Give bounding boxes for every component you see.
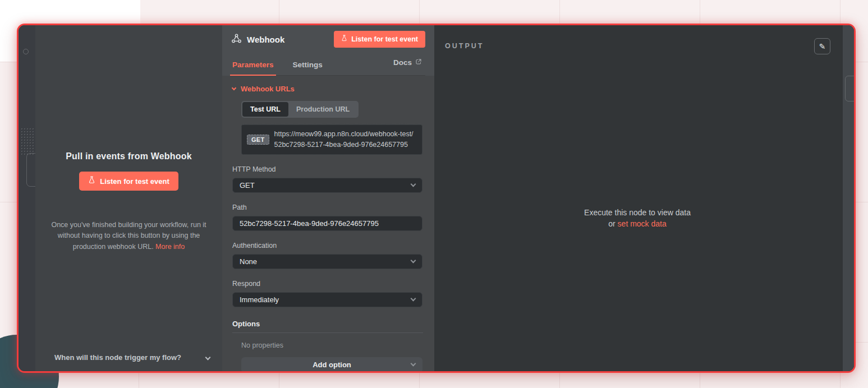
tab-parameters[interactable]: Parameters [231,56,275,75]
respond-value: Immediately [240,295,411,304]
parameters-form: Webhook URLs Test URL Production URL GET… [222,76,434,371]
trigger-panel: Pull in events from Webhook Listen for t… [35,25,222,371]
path-label: Path [232,204,423,211]
more-info-link[interactable]: More info [155,243,185,251]
tab-settings[interactable]: Settings [292,56,324,75]
parameters-panel: Webhook Listen for test event Parameters… [222,25,434,371]
edge-decoration-rect [845,76,856,101]
http-method-field: HTTP Method GET [232,165,423,193]
edge-decoration-dots [20,127,35,155]
production-url-tab[interactable]: Production URL [288,102,357,117]
respond-field: Respond Immediately [232,280,423,307]
output-panel: OUTPUT ✎ Execute this node to view data … [434,25,854,371]
respond-label: Respond [232,280,423,288]
set-mock-data-link[interactable]: set mock data [618,219,667,228]
options-empty-text: No properties [241,341,423,349]
docs-link[interactable]: Docs [393,58,422,73]
authentication-field: Authentication None [232,242,423,269]
header-listen-for-test-event-button[interactable]: Listen for test event [334,31,425,48]
node-title: Webhook [247,35,334,44]
trigger-description: Once you've finished building your workf… [46,220,212,252]
http-method-select[interactable]: GET [232,178,422,193]
http-method-label: HTTP Method [232,165,423,173]
docs-link-label: Docs [393,58,412,67]
http-method-value: GET [240,181,411,190]
header-listen-button-label: Listen for test event [351,35,418,43]
test-url-tab[interactable]: Test URL [242,102,288,117]
output-right-strip [843,25,854,371]
chevron-down-icon [411,295,416,301]
node-header: Webhook Listen for test event Parameters… [222,25,434,76]
url-environment-toggle: Test URL Production URL [241,101,359,118]
add-option-button[interactable]: Add option [241,357,422,372]
node-details-modal: Pull in events from Webhook Listen for t… [17,24,856,373]
output-empty-message: Execute this node to view data [434,207,841,219]
trigger-footer-toggle[interactable]: When will this node trigger my flow? [35,347,222,371]
add-option-label: Add option [313,361,351,369]
output-empty-state: Execute this node to view data or set mo… [434,207,841,229]
respond-select[interactable]: Immediately [232,292,422,307]
webhook-urls-section-toggle[interactable]: Webhook URLs [232,85,423,93]
path-input[interactable] [240,219,415,228]
webhook-urls-section-title: Webhook URLs [241,85,295,93]
path-input-wrapper [232,216,422,231]
flask-icon [88,176,95,186]
tab-bar: Parameters Settings Docs [231,56,425,76]
output-empty-message-2: or set mock data [434,219,841,230]
output-empty-prefix: or [608,219,615,228]
authentication-value: None [240,257,411,266]
options-title: Options [232,320,423,333]
pencil-icon: ✎ [819,42,826,51]
path-field: Path [232,204,423,231]
webhook-url-text: https://meow99.app.n8n.cloud/webhook-tes… [274,129,417,150]
output-panel-title: OUTPUT [445,42,484,50]
edge-decoration-circle [23,49,29,54]
authentication-select[interactable]: None [232,254,422,269]
http-method-badge: GET [247,135,269,145]
chevron-down-icon [411,257,416,263]
trigger-heading: Pull in events from Webhook [44,151,213,161]
authentication-label: Authentication [232,242,423,250]
edit-output-button[interactable]: ✎ [814,38,830,54]
webhook-icon [231,33,242,46]
listen-for-test-event-button[interactable]: Listen for test event [79,172,178,191]
flask-icon [341,35,347,44]
trigger-footer-question: When will this node trigger my flow? [54,353,206,362]
chevron-down-icon [411,361,416,366]
webhook-url-display[interactable]: GET https://meow99.app.n8n.cloud/webhook… [241,124,422,155]
chevron-down-icon [411,181,416,187]
modal-edge-strip [19,25,35,371]
listen-button-label: Listen for test event [100,177,169,186]
chevron-down-icon [232,86,236,90]
chevron-down-icon [205,354,211,360]
external-link-icon [415,58,422,67]
options-section: Options No properties Add option [232,320,423,372]
